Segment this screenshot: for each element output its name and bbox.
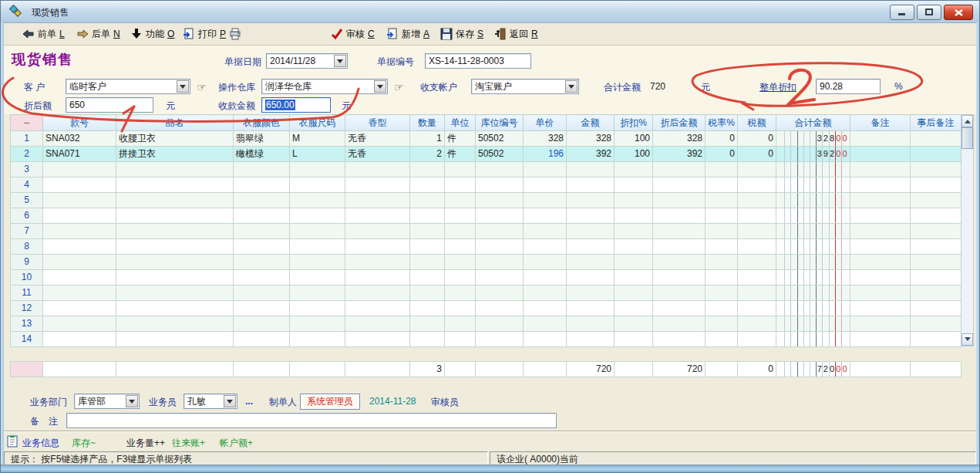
cell[interactable]: 件 (445, 147, 476, 162)
cell[interactable] (234, 270, 290, 285)
cell[interactable] (524, 177, 567, 193)
cell[interactable] (234, 239, 290, 255)
functions-button[interactable]: 功能O (127, 25, 177, 42)
remark-cell[interactable] (850, 270, 911, 285)
cell[interactable] (445, 177, 476, 193)
cell[interactable] (476, 177, 524, 193)
cell[interactable] (445, 332, 476, 347)
cell[interactable] (234, 301, 290, 316)
cell[interactable] (43, 208, 116, 224)
cell[interactable] (290, 177, 345, 193)
cell[interactable] (615, 270, 653, 285)
cell[interactable]: 橄榄绿 (234, 147, 290, 162)
cell[interactable] (524, 239, 567, 255)
cell[interactable] (706, 362, 738, 377)
chevron-down-icon[interactable] (565, 80, 578, 93)
cell[interactable]: 720 (653, 362, 706, 377)
row-number-cell[interactable]: 9 (11, 255, 43, 270)
cell[interactable] (738, 239, 776, 255)
balance-link[interactable]: 帐户额+ (220, 437, 253, 450)
cell[interactable]: 2 (410, 147, 445, 162)
chevron-down-icon[interactable] (334, 55, 346, 67)
remark-cell[interactable] (850, 255, 911, 270)
cell[interactable] (567, 301, 615, 316)
cell[interactable] (653, 239, 706, 255)
cell[interactable] (524, 332, 567, 347)
chevron-down-icon[interactable] (177, 80, 189, 93)
cell[interactable] (653, 285, 706, 301)
cell[interactable]: 50502 (476, 131, 524, 147)
cell[interactable] (410, 332, 445, 347)
cell[interactable] (524, 193, 567, 208)
cell[interactable]: 1 (410, 131, 445, 147)
cell[interactable] (290, 301, 345, 316)
cell[interactable] (116, 177, 234, 193)
cell[interactable] (567, 162, 615, 177)
ledger-cell[interactable]: 32800 (776, 131, 850, 147)
cell[interactable] (290, 255, 345, 270)
cell[interactable] (615, 255, 653, 270)
cell[interactable] (476, 270, 524, 285)
cell[interactable] (290, 362, 345, 377)
cell[interactable] (410, 162, 445, 177)
cell[interactable] (524, 301, 567, 316)
cell[interactable] (567, 177, 615, 193)
cell[interactable] (410, 316, 445, 332)
cell[interactable] (234, 316, 290, 332)
cell[interactable] (524, 316, 567, 332)
cell[interactable] (706, 255, 738, 270)
cell[interactable] (345, 362, 410, 377)
cell[interactable] (116, 193, 234, 208)
cell[interactable] (445, 162, 476, 177)
cell[interactable] (476, 316, 524, 332)
chevron-down-icon[interactable] (126, 395, 138, 407)
cell[interactable] (43, 316, 116, 332)
cell[interactable] (476, 162, 524, 177)
received-amount-input[interactable]: 650.00 (261, 97, 331, 113)
row-number-cell[interactable]: 13 (11, 316, 43, 332)
cell[interactable] (615, 332, 653, 347)
whole-discount-label[interactable]: 整单折扣 (759, 81, 796, 94)
cell[interactable] (567, 193, 615, 208)
chevron-down-icon[interactable] (374, 80, 386, 93)
cell[interactable] (43, 332, 116, 347)
cell[interactable]: 无香 (345, 147, 410, 162)
doc-date-combobox[interactable]: 2014/11/28 (266, 53, 348, 69)
return-button[interactable]: 返回R (491, 25, 541, 42)
cell[interactable]: 3 (410, 362, 445, 377)
cell[interactable]: 0 (738, 147, 776, 162)
cell[interactable] (116, 224, 234, 239)
row-number-cell[interactable]: 7 (11, 224, 43, 239)
remark-cell[interactable] (850, 131, 911, 147)
more-button[interactable]: ... (245, 396, 253, 407)
cell[interactable]: 件 (445, 131, 476, 147)
cell[interactable] (476, 224, 524, 239)
cell[interactable] (290, 208, 345, 224)
cell[interactable] (445, 285, 476, 301)
chevron-down-icon[interactable] (224, 395, 236, 407)
discounted-amount-input[interactable]: 650 (66, 97, 153, 113)
cell[interactable] (410, 270, 445, 285)
cell[interactable] (706, 301, 738, 316)
ledger-cell[interactable] (776, 162, 850, 177)
cell[interactable] (116, 362, 234, 377)
cell[interactable] (476, 301, 524, 316)
cell[interactable]: 328 (524, 131, 567, 147)
cell[interactable] (706, 239, 738, 255)
row-number-cell[interactable]: 5 (11, 193, 43, 208)
cell[interactable] (345, 255, 410, 270)
cell[interactable] (706, 332, 738, 347)
ledger-cell[interactable] (776, 208, 850, 224)
cell[interactable] (567, 239, 615, 255)
cell[interactable] (290, 239, 345, 255)
stock-link[interactable]: 库存~ (72, 437, 96, 450)
remark-cell[interactable] (850, 224, 911, 239)
cell[interactable] (524, 362, 567, 377)
cell[interactable] (116, 316, 234, 332)
salesman-combobox[interactable]: 孔敏 (184, 394, 237, 409)
cell[interactable] (43, 270, 116, 285)
cell[interactable] (234, 177, 290, 193)
receivable-link[interactable]: 往来账+ (172, 437, 205, 450)
cell[interactable] (615, 239, 653, 255)
remark-cell[interactable] (850, 208, 911, 224)
